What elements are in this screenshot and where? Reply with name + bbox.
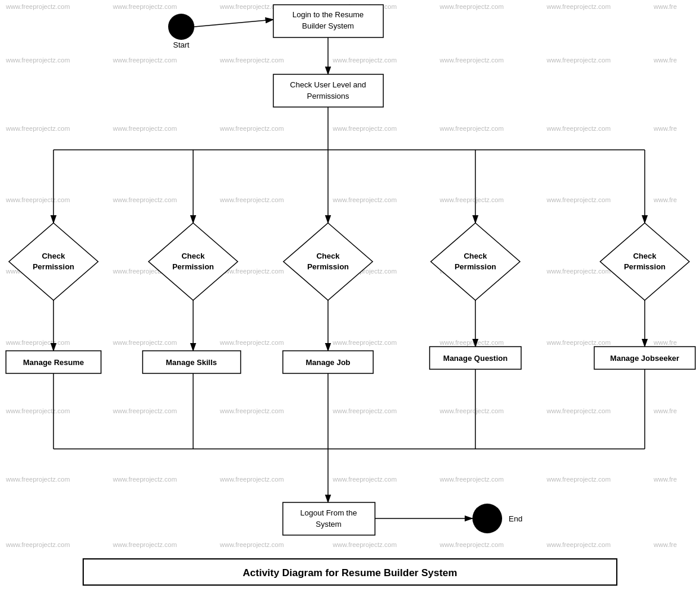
- start-circle: [168, 14, 194, 40]
- svg-text:www.freeprojectz.com: www.freeprojectz.com: [332, 196, 397, 203]
- logout-text2: System: [316, 520, 341, 529]
- diamond2-text2: Permission: [172, 262, 214, 271]
- svg-text:www.freeprojectz.com: www.freeprojectz.com: [5, 3, 70, 10]
- diagram-title: Activity Diagram for Resume Builder Syst…: [243, 567, 458, 579]
- check-user-text2: Permissions: [307, 92, 349, 100]
- logout-box: [283, 502, 375, 535]
- svg-text:www.freeprojectz.com: www.freeprojectz.com: [219, 125, 284, 132]
- svg-text:www.freeprojectz.com: www.freeprojectz.com: [546, 196, 611, 203]
- svg-text:www.freeprojectz.com: www.freeprojectz.com: [219, 476, 284, 483]
- svg-text:www.freeprojectz.com: www.freeprojectz.com: [332, 541, 397, 548]
- svg-text:www.freeprojectz.com: www.freeprojectz.com: [219, 339, 284, 346]
- start-label: Start: [173, 40, 190, 49]
- svg-text:www.freeprojectz.com: www.freeprojectz.com: [439, 56, 504, 64]
- svg-text:www.freeprojectz.com: www.freeprojectz.com: [5, 56, 70, 64]
- end-circle: [472, 504, 502, 533]
- check-user-box: [273, 74, 383, 107]
- diamond5-text2: Permission: [624, 262, 666, 271]
- manage-question-text: Manage Question: [443, 354, 507, 363]
- svg-text:www.fre: www.fre: [653, 125, 677, 132]
- svg-text:www.fre: www.fre: [653, 56, 677, 64]
- svg-text:www.freeprojectz.com: www.freeprojectz.com: [219, 541, 284, 548]
- svg-text:www.freeprojectz.com: www.freeprojectz.com: [439, 476, 504, 483]
- svg-text:www.freeprojectz.com: www.freeprojectz.com: [332, 56, 397, 64]
- diamond3: [283, 223, 373, 300]
- svg-text:www.freeprojectz.com: www.freeprojectz.com: [5, 407, 70, 414]
- svg-text:www.freeprojectz.com: www.freeprojectz.com: [546, 541, 611, 548]
- svg-text:www.freeprojectz.com: www.freeprojectz.com: [439, 125, 504, 132]
- svg-text:www.freeprojectz.com: www.freeprojectz.com: [112, 125, 177, 132]
- svg-text:www.freeprojectz.com: www.freeprojectz.com: [332, 407, 397, 414]
- svg-text:www.freeprojectz.com: www.freeprojectz.com: [546, 268, 611, 275]
- svg-text:www.freeprojectz.com: www.freeprojectz.com: [332, 339, 397, 346]
- svg-text:www.freeprojectz.com: www.freeprojectz.com: [546, 476, 611, 483]
- svg-text:www.freeprojectz.com: www.freeprojectz.com: [112, 407, 177, 414]
- svg-text:www.freeprojectz.com: www.freeprojectz.com: [439, 196, 504, 203]
- svg-text:www.fre: www.fre: [653, 541, 677, 548]
- diamond5-text1: Check: [633, 252, 657, 260]
- svg-text:www.freeprojectz.com: www.freeprojectz.com: [5, 476, 70, 483]
- svg-text:www.fre: www.fre: [653, 3, 677, 10]
- check-user-text1: Check User Level and: [290, 80, 366, 89]
- svg-text:www.freeprojectz.com: www.freeprojectz.com: [219, 196, 284, 203]
- manage-jobseeker-text: Manage Jobseeker: [610, 354, 679, 363]
- manage-resume-text: Manage Resume: [23, 358, 84, 367]
- diamond1-text1: Check: [42, 252, 65, 260]
- svg-text:www.freeprojectz.com: www.freeprojectz.com: [546, 407, 611, 414]
- diamond4-text2: Permission: [455, 262, 496, 271]
- svg-text:www.freeprojectz.com: www.freeprojectz.com: [5, 541, 70, 548]
- diamond3-text2: Permission: [307, 262, 349, 271]
- svg-text:www.freeprojectz.com: www.freeprojectz.com: [112, 339, 177, 346]
- svg-text:www.freeprojectz.com: www.freeprojectz.com: [5, 196, 70, 203]
- logout-text1: Logout From the: [300, 508, 357, 517]
- svg-text:www.freeprojectz.com: www.freeprojectz.com: [112, 196, 177, 203]
- login-text-line1: Login to the Resume: [292, 10, 364, 19]
- svg-text:www.freeprojectz.com: www.freeprojectz.com: [439, 541, 504, 548]
- svg-text:www.freeprojectz.com: www.freeprojectz.com: [546, 56, 611, 64]
- diamond1: [9, 223, 98, 300]
- svg-text:www.fre: www.fre: [653, 339, 677, 346]
- svg-text:www.freeprojectz.com: www.freeprojectz.com: [112, 56, 177, 64]
- manage-skills-text: Manage Skills: [166, 358, 217, 367]
- svg-text:www.freeprojectz.com: www.freeprojectz.com: [439, 407, 504, 414]
- end-label: End: [509, 514, 522, 523]
- svg-text:www.freeprojectz.com: www.freeprojectz.com: [332, 476, 397, 483]
- svg-text:www.freeprojectz.com: www.freeprojectz.com: [439, 339, 504, 346]
- svg-text:www.freeprojectz.com: www.freeprojectz.com: [546, 339, 611, 346]
- svg-text:www.freeprojectz.com: www.freeprojectz.com: [332, 125, 397, 132]
- svg-text:www.freeprojectz.com: www.freeprojectz.com: [112, 541, 177, 548]
- manage-job-text: Manage Job: [305, 358, 350, 367]
- svg-text:www.freeprojectz.com: www.freeprojectz.com: [219, 407, 284, 414]
- svg-text:www.freeprojectz.com: www.freeprojectz.com: [5, 339, 70, 346]
- svg-text:www.freeprojectz.com: www.freeprojectz.com: [112, 476, 177, 483]
- svg-text:www.fre: www.fre: [653, 196, 677, 203]
- diamond2-text1: Check: [181, 252, 205, 260]
- svg-text:www.freeprojectz.com: www.freeprojectz.com: [112, 3, 177, 10]
- svg-text:www.fre: www.fre: [653, 476, 677, 483]
- login-text-line2: Builder System: [302, 21, 354, 30]
- svg-text:www.freeprojectz.com: www.freeprojectz.com: [546, 125, 611, 132]
- svg-text:www.freeprojectz.com: www.freeprojectz.com: [439, 3, 504, 10]
- diamond1-text2: Permission: [33, 262, 74, 271]
- diamond3-text1: Check: [316, 252, 340, 260]
- svg-text:www.freeprojectz.com: www.freeprojectz.com: [219, 56, 284, 64]
- diamond4: [431, 223, 520, 300]
- svg-text:www.freeprojectz.com: www.freeprojectz.com: [546, 3, 611, 10]
- svg-text:www.freeprojectz.com: www.freeprojectz.com: [5, 125, 70, 132]
- diamond5: [600, 223, 689, 300]
- svg-text:www.fre: www.fre: [653, 407, 677, 414]
- svg-line-63: [194, 20, 273, 27]
- diamond4-text1: Check: [463, 252, 487, 260]
- diamond2: [149, 223, 238, 300]
